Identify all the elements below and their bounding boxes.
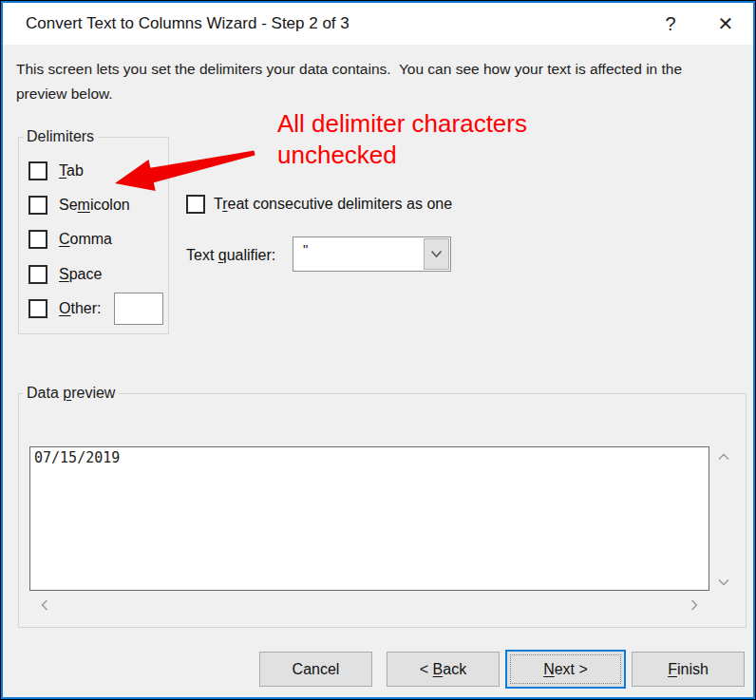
label-part: inish [677, 661, 709, 678]
close-icon: ✕ [718, 12, 734, 35]
label-part: Se [59, 197, 78, 213]
treat-consecutive-row: Treat consecutive delimiters as one [186, 195, 452, 214]
chevron-left-icon [41, 599, 48, 611]
help-icon: ? [665, 13, 675, 35]
tab-label: Tab [59, 162, 84, 180]
label-part: ab [66, 162, 84, 179]
text-qualifier-value: " [303, 241, 308, 257]
annotation-text: All delimiter characters unchecked [277, 108, 527, 171]
delimiter-row-comma: Comma [28, 230, 112, 249]
chevron-up-icon [718, 453, 729, 461]
data-preview-group: Data preview 07/15/2019 [18, 393, 747, 628]
tab-checkbox[interactable] [28, 161, 47, 180]
label-part: Text [186, 247, 218, 263]
label-part: T [214, 196, 222, 212]
label-part: omma [70, 231, 112, 247]
label-accelerator: T [59, 162, 66, 179]
label-accelerator: S [59, 266, 69, 282]
label-part: ack [443, 661, 466, 678]
label-part: pace [69, 266, 103, 282]
dialog-window: Convert Text to Columns Wizard - Step 2 … [0, 0, 756, 700]
label-part: ualifier: [227, 247, 276, 263]
text-qualifier-label: Text qualifier: [186, 247, 275, 264]
label-accelerator: C [59, 231, 70, 247]
label-part: review [71, 385, 115, 401]
label-part: Data [27, 385, 63, 401]
delimiter-row-space: Space [28, 265, 102, 284]
instruction-text: This screen lets you set the delimiters … [16, 57, 749, 106]
title-bar-buttons: ? ✕ [643, 3, 753, 45]
other-label: Other: [59, 300, 101, 317]
chevron-down-icon [718, 578, 729, 586]
label-part: eat consecutive delimiters as one [228, 196, 453, 212]
annotation-arrow-icon [103, 136, 264, 195]
instruction-line-2: preview below. [16, 85, 113, 102]
treat-consecutive-label: Treat consecutive delimiters as one [214, 196, 452, 213]
label-accelerator: F [668, 661, 677, 678]
scroll-up-button[interactable] [718, 453, 729, 461]
delimiters-group-label: Delimiters [23, 128, 98, 145]
annotation-line-1: All delimiter characters [277, 108, 527, 140]
treat-consecutive-checkbox[interactable] [186, 195, 205, 214]
comma-checkbox[interactable] [28, 230, 47, 249]
text-qualifier-combobox[interactable]: " [293, 236, 451, 272]
space-label: Space [59, 266, 102, 283]
back-button[interactable]: < Back [387, 652, 500, 687]
label-part: ther: [70, 300, 101, 316]
scroll-right-button[interactable] [690, 599, 698, 611]
chevron-down-icon [430, 250, 443, 258]
label-part: ext > [555, 661, 588, 678]
label-accelerator: B [433, 661, 444, 678]
next-button[interactable]: Next > [507, 652, 624, 687]
label-part: icolon [90, 197, 130, 213]
scroll-left-button[interactable] [41, 599, 48, 611]
horizontal-scrollbar[interactable] [29, 592, 709, 618]
other-delimiter-input[interactable] [114, 293, 163, 325]
space-checkbox[interactable] [28, 265, 47, 284]
delimiter-row-other: Other: [28, 299, 101, 318]
label-part: Cancel [293, 661, 340, 678]
dialog-surface: Convert Text to Columns Wizard - Step 2 … [1, 1, 755, 699]
window-title: Convert Text to Columns Wizard - Step 2 … [26, 14, 350, 33]
data-preview-content: 07/15/2019 [34, 449, 120, 466]
annotation-line-2: unchecked [277, 140, 527, 171]
chevron-right-icon [690, 599, 698, 611]
label-accelerator: q [218, 247, 227, 263]
semicolon-checkbox[interactable] [28, 196, 47, 215]
data-preview-box: 07/15/2019 [29, 446, 709, 591]
help-button[interactable]: ? [643, 3, 698, 45]
scroll-down-button[interactable] [718, 578, 729, 586]
delimiter-row-tab: Tab [28, 161, 84, 180]
label-accelerator: O [59, 300, 70, 316]
finish-button[interactable]: Finish [632, 652, 745, 687]
label-part: < [420, 661, 433, 678]
cancel-button[interactable]: Cancel [259, 652, 372, 687]
vertical-scrollbar[interactable] [712, 446, 735, 593]
data-preview-group-label: Data preview [23, 385, 119, 402]
other-checkbox[interactable] [28, 299, 47, 318]
instruction-line-1: This screen lets you set the delimiters … [16, 61, 682, 77]
label-accelerator: p [63, 385, 71, 401]
close-button[interactable]: ✕ [698, 3, 753, 45]
next-button-focus-ring: Next > [505, 650, 626, 689]
comma-label: Comma [59, 231, 112, 248]
text-qualifier-dropdown-button[interactable] [424, 238, 449, 270]
delimiter-row-semicolon: Semicolon [28, 196, 130, 215]
label-accelerator: m [78, 197, 90, 213]
semicolon-label: Semicolon [59, 197, 130, 214]
label-accelerator: N [543, 661, 555, 678]
title-bar[interactable]: Convert Text to Columns Wizard - Step 2 … [3, 3, 753, 45]
